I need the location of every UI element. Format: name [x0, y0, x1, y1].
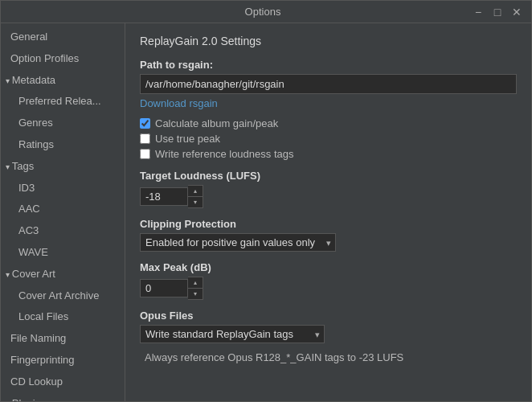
- checkbox-label-calc-album: Calculate album gain/peak: [155, 117, 278, 129]
- checkbox-true-peak[interactable]: [140, 133, 150, 144]
- checkbox-write-ref[interactable]: [140, 149, 150, 159]
- sidebar-item-tags[interactable]: Tags: [1, 156, 125, 178]
- max-peak-input[interactable]: [140, 279, 188, 297]
- checkbox-row-write-ref: Write reference loudness tags: [140, 148, 517, 160]
- max-peak-up[interactable]: ▴: [188, 277, 203, 288]
- opus-select-wrapper: Write standard ReplayGain tagsWrite R128…: [140, 325, 325, 343]
- sidebar-item-cover-art[interactable]: Cover Art: [1, 264, 125, 285]
- sidebar: GeneralOption ProfilesMetadataPreferred …: [1, 23, 125, 401]
- max-peak-label: Max Peak (dB): [140, 261, 517, 273]
- path-label: Path to rsgain:: [140, 59, 517, 71]
- opus-info-text: Always reference Opus R128_*_GAIN tags t…: [140, 348, 517, 367]
- options-window: Options − □ ✕ GeneralOption ProfilesMeta…: [0, 0, 532, 402]
- path-input[interactable]: [140, 74, 517, 94]
- target-loudness-input-row: ▴ ▾: [140, 185, 517, 208]
- sidebar-item-ratings[interactable]: Ratings: [1, 134, 125, 156]
- target-loudness-label: Target Loudness (LUFS): [140, 170, 517, 182]
- maximize-button[interactable]: □: [489, 4, 505, 20]
- checkboxes-group: Calculate album gain/peakUse true peakWr…: [140, 117, 517, 160]
- clipping-select[interactable]: Enabled for positive gain values onlyDis…: [140, 233, 336, 252]
- minimize-button[interactable]: −: [470, 4, 486, 20]
- close-button[interactable]: ✕: [509, 4, 525, 20]
- sidebar-item-metadata[interactable]: Metadata: [1, 70, 125, 92]
- max-peak-input-row: ▴ ▾: [140, 277, 517, 300]
- sidebar-item-local-files[interactable]: Local Files: [1, 306, 125, 328]
- target-loudness-down[interactable]: ▾: [188, 197, 203, 207]
- max-peak-down[interactable]: ▾: [188, 289, 203, 299]
- sidebar-item-file-naming[interactable]: File Naming: [1, 328, 125, 350]
- sidebar-item-preferred-release[interactable]: Preferred Relea...: [1, 91, 125, 113]
- sidebar-item-general[interactable]: General: [1, 27, 125, 48]
- opus-select[interactable]: Write standard ReplayGain tagsWrite R128…: [140, 325, 325, 343]
- sidebar-item-plugins[interactable]: Plugins: [1, 393, 125, 401]
- sidebar-item-wave[interactable]: WAVE: [1, 242, 125, 264]
- clipping-label: Clipping Protection: [140, 218, 517, 230]
- section-title: ReplayGain 2.0 Settings: [140, 35, 517, 47]
- window-controls: − □ ✕: [470, 4, 525, 20]
- window-title: Options: [55, 6, 470, 18]
- checkbox-row-true-peak: Use true peak: [140, 133, 517, 145]
- download-link[interactable]: Download rsgain: [140, 97, 218, 109]
- sidebar-item-aac[interactable]: AAC: [1, 199, 125, 220]
- titlebar: Options − □ ✕: [1, 1, 531, 23]
- target-loudness-input[interactable]: [140, 187, 188, 206]
- checkbox-row-calc-album: Calculate album gain/peak: [140, 117, 517, 129]
- sidebar-item-genres[interactable]: Genres: [1, 113, 125, 134]
- sidebar-item-ac3[interactable]: AC3: [1, 220, 125, 242]
- sidebar-item-id3[interactable]: ID3: [1, 178, 125, 199]
- content-area: GeneralOption ProfilesMetadataPreferred …: [1, 23, 531, 401]
- target-loudness-spinners: ▴ ▾: [188, 185, 203, 208]
- clipping-select-wrapper: Enabled for positive gain values onlyDis…: [140, 233, 336, 252]
- sidebar-item-fingerprinting[interactable]: Fingerprinting: [1, 350, 125, 371]
- sidebar-item-cd-lookup[interactable]: CD Lookup: [1, 371, 125, 393]
- opus-label: Opus Files: [140, 310, 517, 322]
- checkbox-label-true-peak: Use true peak: [155, 133, 220, 145]
- main-panel: ReplayGain 2.0 Settings Path to rsgain: …: [125, 23, 531, 401]
- checkbox-calc-album[interactable]: [140, 118, 150, 129]
- max-peak-spinners: ▴ ▾: [188, 277, 203, 300]
- target-loudness-up[interactable]: ▴: [188, 186, 203, 196]
- checkbox-label-write-ref: Write reference loudness tags: [155, 148, 293, 160]
- sidebar-item-option-profiles[interactable]: Option Profiles: [1, 48, 125, 70]
- sidebar-item-cover-art-archive[interactable]: Cover Art Archive: [1, 285, 125, 307]
